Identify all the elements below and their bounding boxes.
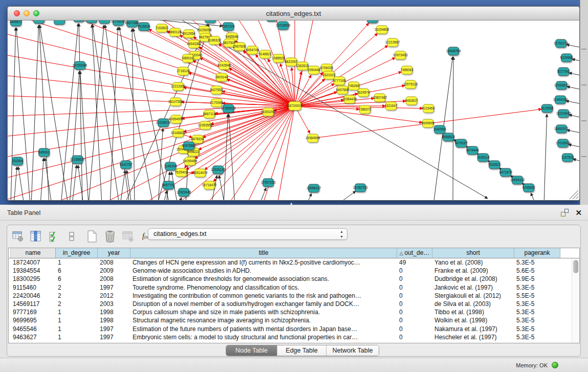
cell-short: Yano et al. (2008): [432, 258, 514, 267]
table-row[interactable]: 1938455462009Genome-wide association stu…: [9, 267, 579, 275]
table-row[interactable]: 1456911722003Disruption of a novel membe…: [9, 300, 579, 308]
graph-node-label: 8912954: [183, 32, 195, 35]
cell-in-degree: 1: [56, 316, 98, 324]
graph-node[interactable]: [367, 20, 378, 23]
cell-name: 18300295: [11, 275, 56, 283]
table-row[interactable]: 969969511998Structural magnetic resonanc…: [9, 316, 579, 324]
close-panel-icon[interactable]: ✕: [575, 209, 582, 216]
cell-pagerank: 5.6E-5: [514, 267, 560, 275]
graph-node-label: 331594: [12, 159, 23, 163]
graph-node-label: 16210643: [556, 112, 571, 115]
table-row[interactable]: 977716911998Corpus callosum shape and si…: [9, 308, 579, 316]
graph-node[interactable]: [74, 20, 84, 22]
graph-node-label: 5878334: [191, 137, 204, 141]
cell-pagerank: 5.5E-5: [514, 292, 560, 300]
table-row[interactable]: 2242004622012Investigating the contribut…: [9, 292, 579, 300]
row-height-icon: [68, 230, 75, 243]
show-columns-button[interactable]: [29, 230, 42, 243]
graph-node-label: 3624574: [357, 91, 370, 94]
graph-node-label: 7485063: [401, 68, 413, 72]
cell-out-de-: 0: [397, 325, 432, 333]
graph-node-label: 7357224: [222, 25, 235, 28]
graph-node-label: 20891406: [32, 20, 47, 21]
column-header-in-degree[interactable]: in_degree: [56, 248, 98, 258]
graph-node[interactable]: [86, 20, 97, 23]
delete-columns-button[interactable]: [103, 230, 117, 243]
scrollbar-thumb[interactable]: [573, 260, 578, 273]
table-row[interactable]: 911546021997Tourette syndrome. Phenomeno…: [9, 283, 579, 292]
column-header-pagerank[interactable]: pagerank: [514, 248, 560, 258]
graph-node-label: 12156829: [70, 158, 85, 161]
cell-out-de-: 0: [397, 300, 432, 308]
panel-splitter-handle[interactable]: ▴: [290, 201, 293, 206]
cell-title: Investigating the contribution of common…: [130, 292, 397, 300]
table-row[interactable]: 946362711997Embryonic stem cells: a mode…: [9, 333, 579, 341]
status-bar: Memory: OK: [0, 358, 588, 372]
table-mode-button[interactable]: [11, 230, 25, 243]
cell-short: Tibbo et al. (1998): [432, 308, 514, 316]
new-column-button[interactable]: [85, 230, 99, 243]
cell-year: 2003: [98, 300, 130, 308]
graph-node-label: 746266: [348, 84, 359, 87]
graph-node-label: 15892971: [554, 127, 569, 130]
table-row[interactable]: 946554611997Estimation of the future num…: [9, 325, 579, 333]
cell-out-de-: 0: [397, 275, 432, 283]
cell-in-degree: 6: [56, 267, 98, 275]
row-selection-button[interactable]: [47, 230, 60, 243]
graph-node-label: 8186328: [208, 38, 221, 42]
column-header-title[interactable]: title: [130, 248, 397, 258]
graph-node[interactable]: [267, 20, 277, 21]
column-header-short[interactable]: short: [432, 248, 514, 258]
graph-node-label: 9463627: [405, 99, 418, 102]
graph-node-label: 8427552: [210, 88, 223, 92]
column-header-name[interactable]: name: [11, 248, 56, 258]
table-header-row: namein_degreeyeartitle△out_de…shortpager…: [9, 248, 579, 258]
tab-network-table[interactable]: Network Table: [326, 345, 379, 356]
tab-node-table[interactable]: Node Table: [226, 345, 277, 356]
cell-out-de-: 0: [397, 292, 432, 300]
graph-node-label: 16543382: [187, 42, 202, 46]
graph-node-label: 20153346: [73, 63, 88, 67]
network-view[interactable]: 1872400771638228860128891295423226058982…: [8, 20, 579, 200]
table-row[interactable]: 1872400712008Changes of HCN gene express…: [9, 258, 579, 267]
cell-short: Stergiakouli et al. (2012): [432, 292, 514, 300]
network-window[interactable]: citations_edges.txt 18724007716382288601…: [7, 6, 580, 201]
graph-node-label: 12213359: [171, 84, 186, 88]
cell-title: Estimation of significance thresholds fo…: [130, 275, 397, 283]
dropdown-stepper-icon: ▲▼: [340, 229, 343, 239]
table-row[interactable]: 1830029562008Estimation of significance …: [9, 275, 579, 283]
column-header-year[interactable]: year: [98, 248, 130, 258]
float-panel-icon[interactable]: [561, 209, 569, 216]
cell-name: 9115460: [11, 283, 56, 292]
graph-node-label: 16782753: [353, 186, 368, 189]
graph-node-label: 6822057: [285, 60, 298, 63]
graph-node-label: 9146821: [259, 52, 272, 56]
graph-node[interactable]: [205, 20, 216, 23]
graph-node[interactable]: [54, 20, 65, 25]
graph-node-label: 9115460: [422, 106, 435, 110]
tab-edge-table[interactable]: Edge Table: [277, 345, 326, 356]
graph-node-label: 15166822: [171, 131, 186, 135]
row-height-button[interactable]: [65, 230, 78, 243]
show-columns-icon: [30, 230, 42, 243]
network-window-titlebar[interactable]: citations_edges.txt: [8, 7, 579, 20]
column-header-out-de-[interactable]: △out_de…: [397, 248, 432, 258]
sort-ascending-icon: △: [400, 251, 403, 256]
graph-node-label: 845061: [38, 150, 50, 154]
graph-node-label: 12353553: [198, 123, 213, 127]
cell-in-degree: 2: [56, 283, 98, 292]
cell-name: 9699695: [11, 316, 56, 324]
cell-pagerank: 5.3E-5: [514, 258, 560, 267]
cell-name: 9777169: [11, 308, 56, 316]
trash-icon: [104, 230, 116, 243]
cell-year: 1998: [98, 316, 130, 324]
graph-node-label: 2935114: [477, 156, 490, 159]
graph-node-label: 7625402: [175, 170, 188, 174]
graph-node-label: 989016: [182, 56, 193, 60]
table-vertical-scrollbar[interactable]: [572, 258, 579, 343]
cell-pagerank: 5.3E-5: [514, 283, 560, 292]
table-selector-dropdown[interactable]: citations_edges.txt ▲▼: [148, 228, 347, 240]
graph-node-label: 18107552: [168, 100, 183, 103]
graph-node-label: 6497568: [336, 88, 349, 92]
graph-node-label: 9474444: [466, 148, 479, 152]
